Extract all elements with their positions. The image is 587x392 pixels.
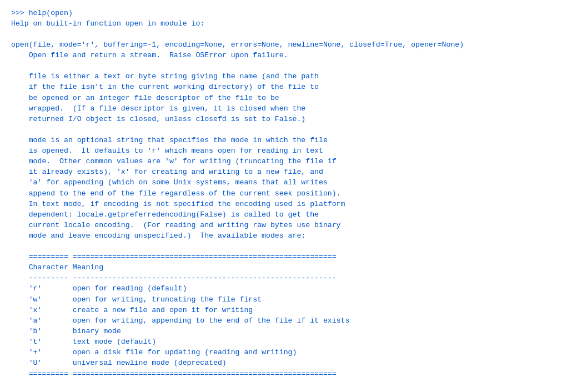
mode-u: 'U' universal newline mode (deprecated): [11, 358, 587, 368]
mode-w: 'w' open for writing, truncating the fil…: [11, 294, 587, 305]
param1-2: if the file isn't in the current working…: [11, 82, 587, 92]
param2-10: mode and leave encoding unspecified.) Th…: [11, 230, 587, 241]
mode-t: 't' text mode (default): [11, 336, 587, 347]
mode-b: 'b' binary mode: [11, 326, 587, 336]
desc1: Open file and return a stream. Raise OSE…: [11, 50, 587, 61]
blank-line: [11, 61, 587, 71]
mode-plus: '+' open a disk file for updating (readi…: [11, 347, 587, 358]
param1-3: be opened or an integer file descriptor …: [11, 93, 587, 103]
param2-7: In text mode, if encoding is not specifi…: [11, 199, 587, 209]
mode-x: 'x' create a new file and open it for wr…: [11, 305, 587, 315]
param2-6: append to the end of the file regardless…: [11, 188, 587, 199]
blank-line: [11, 241, 587, 252]
param2-2: is opened. It defaults to 'r' which mean…: [11, 145, 587, 156]
blank-line: [11, 124, 587, 135]
sep3: ========= ==============================…: [11, 369, 587, 379]
param2-1: mode is an optional string that specifie…: [11, 135, 587, 145]
param1-1: file is either a text or byte string giv…: [11, 71, 587, 82]
sep1: ========= ==============================…: [11, 252, 587, 262]
mode-a: 'a' open for writing, appending to the e…: [11, 315, 587, 326]
param2-3: mode. Other common values are 'w' for wr…: [11, 156, 587, 167]
table-header: Character Meaning: [11, 262, 587, 273]
param1-4: wrapped. (If a file descriptor is given,…: [11, 103, 587, 114]
param1-5: returned I/O object is closed, unless cl…: [11, 114, 587, 124]
help-header: Help on built-in function open in module…: [11, 18, 587, 29]
mode-r: 'r' open for reading (default): [11, 283, 587, 294]
signature: open(file, mode='r', buffering=-1, encod…: [11, 39, 587, 50]
sep2: --------- ------------------------------…: [11, 273, 587, 283]
blank-line: [11, 29, 587, 39]
param2-4: it already exists), 'x' for creating and…: [11, 167, 587, 177]
terminal-output: >>> help(open)Help on built-in function …: [7, 4, 587, 392]
prompt: >>> help(open): [11, 8, 587, 18]
param2-5: 'a' for appending (which on some Unix sy…: [11, 177, 587, 188]
param2-9: current locale encoding. (For reading an…: [11, 220, 587, 230]
param2-8: dependent: locale.getpreferredencoding(F…: [11, 209, 587, 220]
